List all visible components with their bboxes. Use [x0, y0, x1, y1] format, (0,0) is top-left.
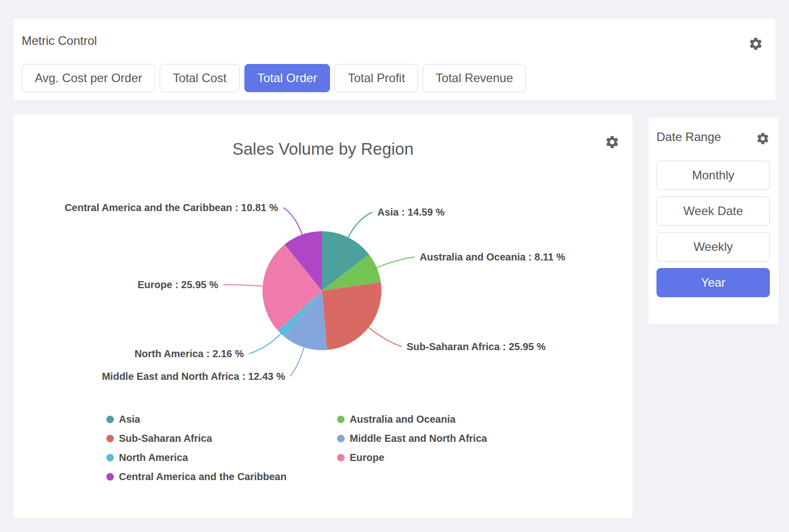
metric-control-header: Metric Control [22, 33, 763, 51]
date-range-title: Date Range [656, 129, 721, 145]
pie-slice-sub-saharan-africa[interactable] [322, 282, 381, 350]
pie-label-line-central-america-and-the-caribbean [283, 208, 302, 235]
metric-button-total-order[interactable]: Total Order [244, 64, 331, 92]
legend-label-australia-and-oceania: Australia and Oceania [350, 414, 455, 425]
pie-label-line-australia-and-oceania [377, 257, 415, 268]
pie-label-line-north-america [249, 334, 281, 354]
chart-legend: AsiaAustralia and OceaniaSub-Saharan Afr… [106, 413, 487, 483]
date-range-panel: Date Range MonthlyWeek DateWeeklyYear [648, 117, 778, 324]
metric-button-total-revenue[interactable]: Total Revenue [423, 64, 526, 92]
legend-item-central-america-and-the-caribbean[interactable]: Central America and the Caribbean [106, 471, 337, 483]
legend-item-europe[interactable]: Europe [337, 451, 487, 464]
date-range-header: Date Range [656, 129, 770, 146]
date-range-button-weekly[interactable]: Weekly [656, 232, 770, 261]
metric-button-avg-cost-per-order[interactable]: Avg. Cost per Order [22, 64, 155, 92]
legend-label-north-america: North America [119, 452, 188, 463]
legend-item-asia[interactable]: Asia [106, 413, 337, 426]
pie-label-central-america-and-the-caribbean: Central America and the Caribbean : 10.8… [64, 202, 278, 213]
metric-button-total-cost[interactable]: Total Cost [160, 64, 240, 92]
date-range-settings-gear-icon[interactable] [756, 131, 770, 146]
gear-icon [756, 131, 770, 146]
legend-item-australia-and-oceania[interactable]: Australia and Oceania [337, 413, 487, 426]
legend-dot-sub-saharan-africa [106, 435, 114, 442]
legend-dot-north-america [106, 454, 114, 461]
metric-control-title: Metric Control [22, 33, 97, 48]
legend-dot-central-america-and-the-caribbean [106, 473, 114, 481]
pie-label-line-middle-east-and-north-africa [290, 348, 304, 377]
legend-label-europe: Europe [350, 452, 384, 463]
pie-label-north-america: North America : 2.16 % [135, 348, 244, 359]
legend-dot-australia-and-oceania [337, 416, 345, 423]
date-range-button-monthly[interactable]: Monthly [656, 161, 770, 190]
legend-item-middle-east-and-north-africa[interactable]: Middle East and North Africa [337, 432, 487, 445]
metric-settings-gear-icon[interactable] [748, 36, 763, 51]
legend-label-sub-saharan-africa: Sub-Saharan Africa [119, 433, 212, 444]
pie-label-middle-east-and-north-africa: Middle East and North Africa : 12.43 % [102, 371, 285, 382]
pie-label-line-europe [223, 285, 262, 286]
date-range-button-week-date[interactable]: Week Date [656, 196, 770, 226]
pie-label-australia-and-oceania: Australia and Oceania : 8.11 % [420, 251, 565, 262]
legend-item-sub-saharan-africa[interactable]: Sub-Saharan Africa [106, 432, 337, 445]
date-range-button-group: MonthlyWeek DateWeeklyYear [656, 161, 770, 297]
metric-button-total-profit[interactable]: Total Profit [335, 64, 418, 92]
legend-dot-europe [337, 454, 345, 461]
pie-label-europe: Europe : 25.95 % [138, 279, 218, 290]
sales-volume-chart-panel: Sales Volume by Region Asia : 14.59 %Aus… [14, 114, 632, 518]
legend-item-north-america[interactable]: North America [106, 451, 337, 464]
pie-label-sub-saharan-africa: Sub-Saharan Africa : 25.95 % [407, 341, 546, 352]
pie-label-asia: Asia : 14.59 % [377, 207, 445, 218]
metric-control-panel: Metric Control Avg. Cost per OrderTotal … [14, 19, 775, 100]
pie-label-line-sub-saharan-africa [368, 327, 402, 347]
legend-dot-middle-east-and-north-africa [337, 435, 345, 442]
legend-label-central-america-and-the-caribbean: Central America and the Caribbean [119, 471, 287, 483]
pie-label-line-asia [348, 212, 372, 237]
metric-button-group: Avg. Cost per OrderTotal CostTotal Order… [22, 64, 763, 92]
legend-label-asia: Asia [119, 414, 140, 425]
legend-dot-asia [106, 416, 114, 423]
legend-label-middle-east-and-north-africa: Middle East and North Africa [350, 433, 487, 444]
date-range-button-year[interactable]: Year [656, 268, 770, 297]
gear-icon [748, 36, 763, 51]
